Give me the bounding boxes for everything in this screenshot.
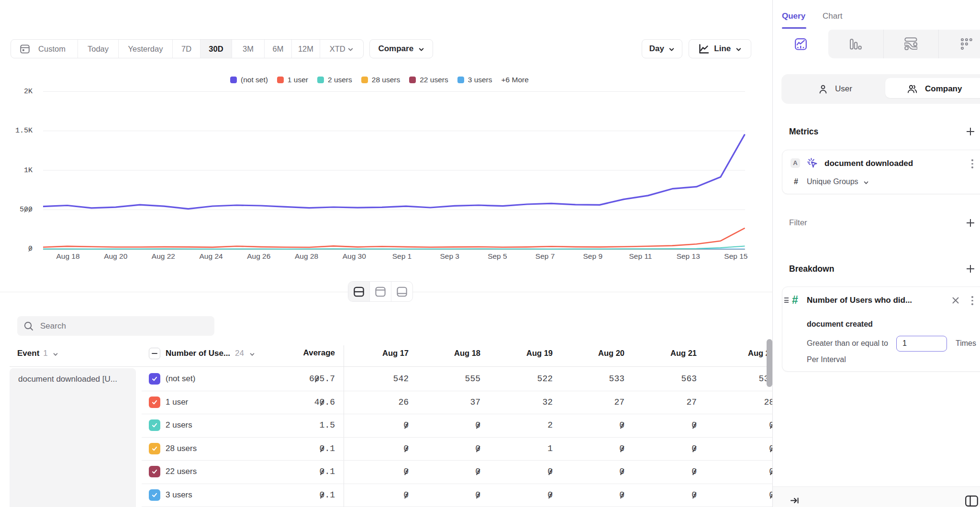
- svg-text:Aug 24: Aug 24: [200, 252, 223, 260]
- svg-text:Sep 15: Sep 15: [724, 252, 747, 260]
- svg-text:Aug 22: Aug 22: [152, 252, 175, 260]
- svg-text:Aug 28: Aug 28: [295, 252, 318, 260]
- svg-text:Sep 3: Sep 3: [440, 252, 459, 260]
- svg-text:Sep 9: Sep 9: [583, 252, 603, 260]
- svg-text:Sep 7: Sep 7: [535, 252, 555, 260]
- svg-text:Aug 20: Aug 20: [104, 252, 128, 260]
- svg-text:Sep 1: Sep 1: [392, 252, 412, 260]
- svg-text:Aug 30: Aug 30: [343, 252, 367, 260]
- svg-text:Aug 18: Aug 18: [56, 252, 79, 260]
- svg-text:Sep 5: Sep 5: [488, 252, 507, 260]
- svg-text:Sep 11: Sep 11: [629, 252, 652, 260]
- svg-text:Aug 26: Aug 26: [247, 252, 270, 260]
- svg-text:Sep 13: Sep 13: [677, 252, 700, 260]
